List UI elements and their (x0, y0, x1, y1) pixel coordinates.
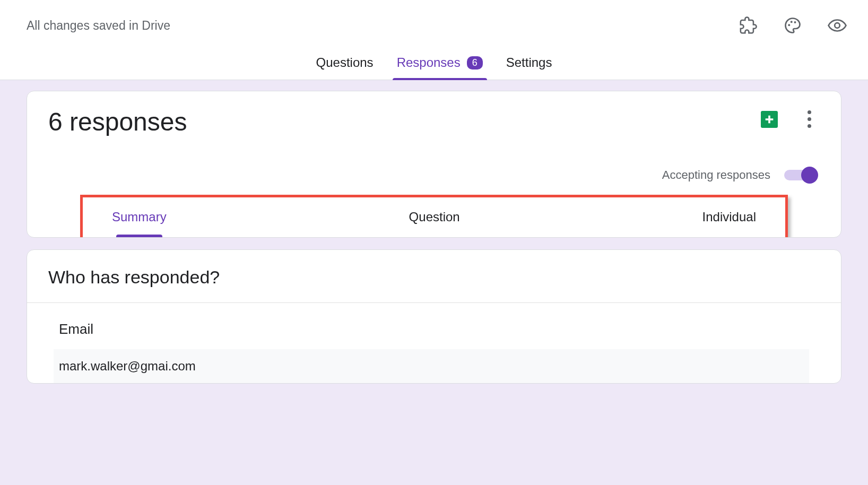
tab-settings[interactable]: Settings (506, 46, 552, 80)
respondents-title: Who has responded? (27, 250, 841, 303)
preview-eye-icon[interactable] (828, 16, 847, 35)
palette-icon[interactable] (783, 16, 802, 35)
respondent-email: mark.walker@gmai.com (54, 349, 809, 383)
more-menu-icon[interactable] (804, 107, 814, 131)
sub-tab-question[interactable]: Question (409, 210, 460, 228)
svg-point-0 (788, 24, 790, 26)
sub-tab-summary[interactable]: Summary (112, 210, 167, 228)
svg-point-3 (835, 23, 840, 28)
tab-label: Questions (316, 55, 374, 70)
tab-label: Settings (506, 55, 552, 70)
accepting-responses-label: Accepting responses (662, 168, 770, 182)
responses-title: 6 responses (48, 107, 187, 136)
responses-count-badge: 6 (467, 56, 483, 70)
tab-label: Responses (397, 55, 461, 70)
svg-point-1 (791, 21, 793, 23)
sheets-icon[interactable] (761, 111, 778, 128)
email-heading: Email (59, 321, 820, 337)
accepting-responses-toggle[interactable] (784, 170, 817, 180)
addons-icon[interactable] (739, 16, 758, 35)
tab-questions[interactable]: Questions (316, 46, 374, 80)
responses-card: 6 responses Accepting responses Summary … (27, 91, 841, 238)
svg-point-2 (794, 21, 796, 23)
respondents-card: Who has responded? Email mark.walker@gma… (27, 249, 841, 384)
response-sub-tabs: Summary Question Individual (80, 198, 788, 237)
save-status-text: All changes saved in Drive (27, 19, 170, 33)
tab-responses[interactable]: Responses 6 (397, 46, 483, 80)
sub-tab-individual[interactable]: Individual (702, 210, 756, 228)
main-tabs: Questions Responses 6 Settings (0, 46, 868, 80)
